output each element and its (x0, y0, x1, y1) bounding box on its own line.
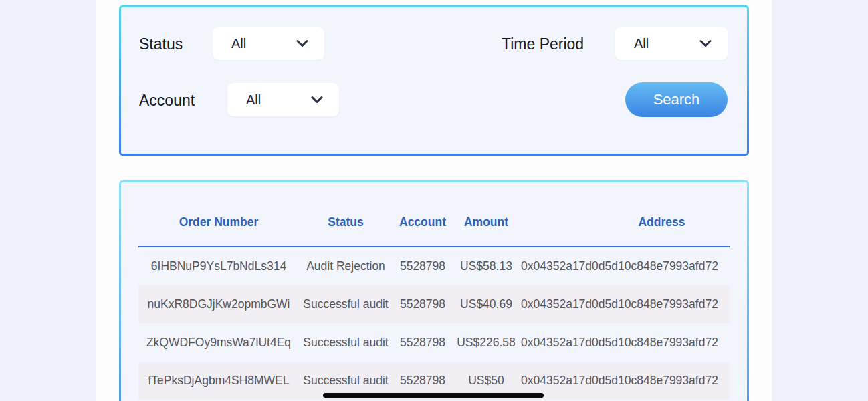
column-header-account: Account (393, 215, 453, 229)
chevron-down-icon (699, 40, 712, 47)
cell-amount: US$58.13 (453, 259, 520, 273)
table-header-row: Order Number Status Account Amount Addre… (138, 182, 730, 247)
chevron-down-icon (311, 96, 323, 104)
cell-account: 5528798 (393, 336, 453, 350)
orders-table-panel: Order Number Status Account Amount Addre… (119, 180, 749, 401)
cell-amount: US$40.69 (453, 297, 520, 311)
account-label: Account (139, 91, 195, 110)
column-header-address: Address (520, 215, 730, 229)
cell-order-number: 6IHBNuP9YsL7bNdLs314 (138, 259, 299, 273)
status-label: Status (139, 35, 183, 53)
cell-status: Successful audit (299, 336, 393, 350)
account-dropdown[interactable]: All (227, 83, 339, 116)
table-row: ZkQWDFOy9msWa7lUt4Eq Successful audit 55… (138, 323, 730, 362)
time-period-dropdown-value: All (634, 36, 649, 51)
status-dropdown[interactable]: All (213, 27, 324, 60)
cell-status: Audit Rejection (299, 259, 393, 273)
cell-address: 0x04352a17d0d5d10c848e7993afd72 (520, 374, 730, 388)
home-indicator (323, 393, 544, 398)
cell-status: Successful audit (299, 297, 393, 311)
cell-order-number: nuKxR8DGJjKw2opmbGWi (138, 297, 299, 311)
time-period-label: Time Period (502, 35, 584, 53)
cell-amount: US$226.58 (453, 336, 520, 350)
table-row: 6IHBNuP9YsL7bNdLs314 Audit Rejection 552… (138, 247, 730, 285)
cell-amount: US$50 (453, 374, 520, 388)
cell-address: 0x04352a17d0d5d10c848e7993afd72 (520, 336, 730, 350)
cell-account: 5528798 (393, 374, 453, 388)
table-row: nuKxR8DGJjKw2opmbGWi Successful audit 55… (138, 285, 730, 323)
cell-status: Successful audit (299, 374, 393, 388)
column-header-order-number: Order Number (138, 215, 299, 229)
cell-order-number: fTePksDjAgbm4SH8MWEL (138, 374, 299, 388)
orders-table: Order Number Status Account Amount Addre… (138, 182, 730, 400)
account-dropdown-value: All (246, 92, 261, 108)
cell-account: 5528798 (393, 259, 453, 273)
screen: Status All Time Period All Account All (0, 0, 868, 401)
filter-panel-body: Status All Time Period All Account All (121, 7, 747, 154)
status-dropdown-value: All (231, 36, 246, 51)
filter-panel: Status All Time Period All Account All (119, 5, 749, 156)
cell-account: 5528798 (393, 297, 453, 311)
cell-address: 0x04352a17d0d5d10c848e7993afd72 (520, 297, 730, 311)
time-period-dropdown[interactable]: All (615, 27, 728, 60)
chevron-down-icon (296, 40, 308, 47)
orders-table-body: Order Number Status Account Amount Addre… (121, 182, 747, 401)
cell-order-number: ZkQWDFOy9msWa7lUt4Eq (138, 336, 299, 350)
column-header-status: Status (299, 215, 393, 229)
search-button[interactable]: Search (625, 82, 728, 117)
column-header-amount: Amount (453, 215, 520, 229)
cell-address: 0x04352a17d0d5d10c848e7993afd72 (520, 259, 730, 273)
